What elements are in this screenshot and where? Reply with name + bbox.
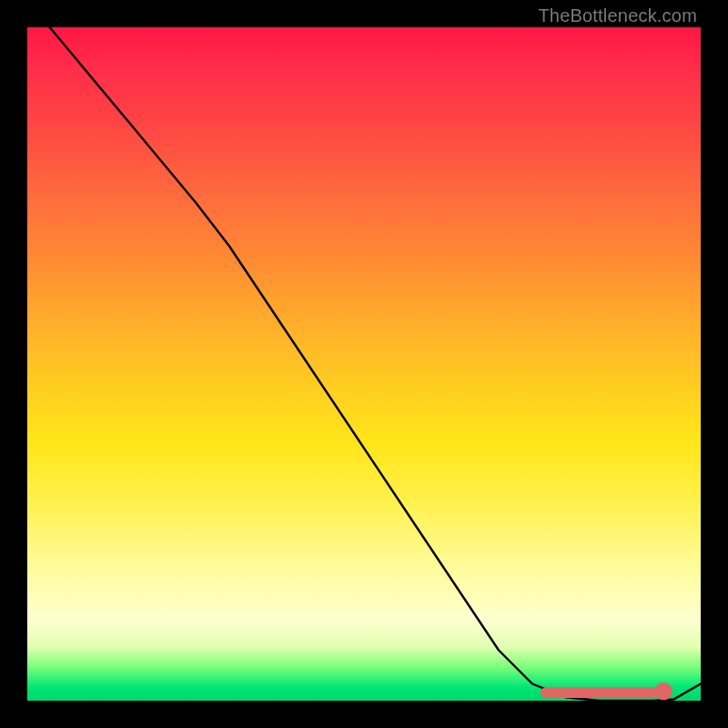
chart-overlay xyxy=(27,27,701,701)
chart-frame: TheBottleneck.com xyxy=(0,0,728,728)
optimum-point-marker xyxy=(655,682,672,700)
watermark-text: TheBottleneck.com xyxy=(538,5,697,26)
bottleneck-line xyxy=(27,0,701,701)
